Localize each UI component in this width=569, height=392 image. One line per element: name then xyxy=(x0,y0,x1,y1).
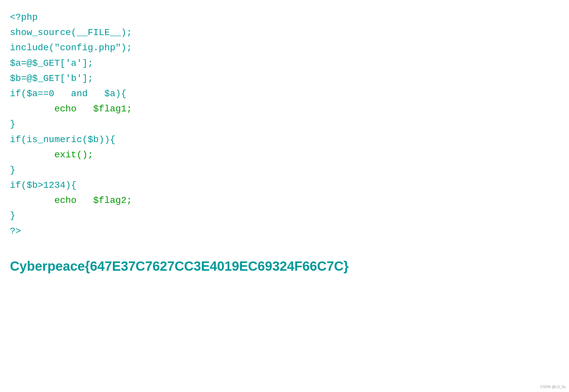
line13: echo $flag2; xyxy=(10,193,559,208)
line7: echo $flag1; xyxy=(10,101,559,117)
flag-line: Cyberpeace{647E37C7627CC3E4019EC69324F66… xyxy=(10,259,559,274)
watermark: CSDN @LS_5y xyxy=(540,385,566,389)
line14: } xyxy=(10,208,559,223)
line10: exit(); xyxy=(10,147,559,163)
line9: if(is_numeric($b)){ xyxy=(10,132,559,147)
line15: ?> xyxy=(10,224,559,239)
line1: <?php xyxy=(10,10,559,25)
line11: } xyxy=(10,163,559,178)
line2: show_source(__FILE__); xyxy=(10,25,559,40)
line6: if($a==0 and $a){ xyxy=(10,86,559,101)
line3: include("config.php"); xyxy=(10,40,559,56)
code-block: <?phpshow_source(__FILE__);include("conf… xyxy=(10,10,559,239)
line8: } xyxy=(10,117,559,132)
line12: if($b>1234){ xyxy=(10,178,559,193)
line4: $a=@$_GET['a']; xyxy=(10,56,559,71)
line5: $b=@$_GET['b']; xyxy=(10,71,559,86)
